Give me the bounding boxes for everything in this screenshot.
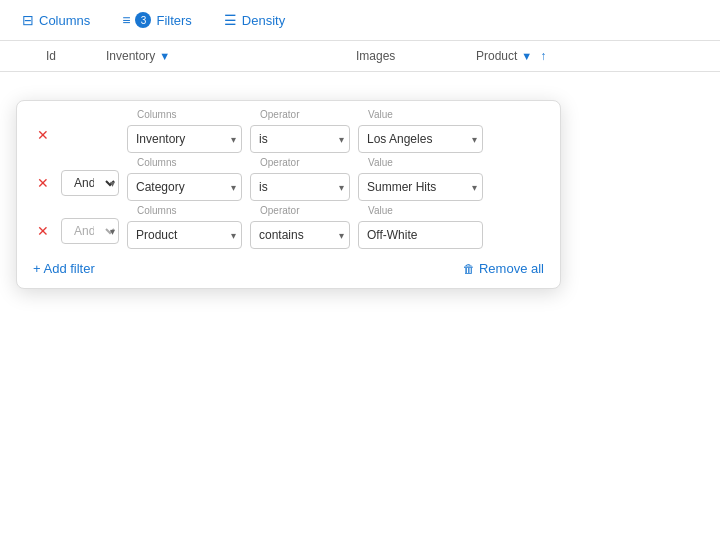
filter-row-2: ✕ And Or ▾ Columns Category ▾ [33,165,544,201]
col-header-images: Images [356,49,476,63]
filter-1-operator-select[interactable]: is [250,125,350,153]
filter-1-value-wrapper: Los Angeles ▾ [358,125,483,153]
filter-2-operator-label: Operator [258,157,301,168]
filter-1-columns-select[interactable]: Inventory [127,125,242,153]
filter-row-1: ✕ Columns Inventory ▾ Operator is [33,117,544,153]
filter-popup: ✕ Columns Inventory ▾ Operator is [16,100,561,289]
filter-3-value-group: Value [358,213,483,249]
product-filter-icon: ▼ [521,50,532,62]
filter-3-columns-select[interactable]: Product [127,221,242,249]
filters-button[interactable]: ≡ 3 Filters [116,8,198,32]
remove-all-label: Remove all [479,261,544,276]
filter-row-3: ✕ And Or ▾ Columns Product ▾ [33,213,544,249]
filter-2-operator-select[interactable]: is [250,173,350,201]
add-filter-button[interactable]: + Add filter [33,261,95,276]
col-header-id: Id [46,49,106,63]
filter-2-columns-group: Columns Category ▾ [127,165,242,201]
density-button[interactable]: ☰ Density [218,8,291,32]
filter-3-logic-wrapper: And Or ▾ [61,218,119,244]
filter-2-value-select[interactable]: Summer Hits [358,173,483,201]
inventory-filter-icon: ▼ [159,50,170,62]
filter-3-value-label: Value [366,205,395,216]
filter-3-value-input[interactable] [358,221,483,249]
filter-2-operator-wrapper: is ▾ [250,173,350,201]
filter-3-columns-group: Columns Product ▾ [127,213,242,249]
delete-filter-1-button[interactable]: ✕ [33,127,53,143]
filter-3-operator-wrapper: contains ▾ [250,221,350,249]
filter-1-value-label: Value [366,109,395,120]
filters-label: Filters [156,13,191,28]
delete-filter-3-button[interactable]: ✕ [33,223,53,239]
filter-3-columns-wrapper: Product ▾ [127,221,242,249]
filter-1-columns-wrapper: Inventory ▾ [127,125,242,153]
filter-3-operator-select[interactable]: contains [250,221,350,249]
filter-1-operator-group: Operator is ▾ [250,117,350,153]
filter-actions: + Add filter 🗑 Remove all [33,261,544,276]
col-header-inventory: Inventory ▼ [106,49,236,63]
delete-filter-2-button[interactable]: ✕ [33,175,53,191]
filter-3-value-wrapper [358,221,483,249]
filter-2-value-label: Value [366,157,395,168]
filter-2-columns-label: Columns [135,157,178,168]
columns-label: Columns [39,13,90,28]
page-wrapper: ⊟ Columns ≡ 3 Filters ☰ Density Id Inven… [0,0,720,540]
filter-1-columns-label: Columns [135,109,178,120]
product-sort-icon: ↑ [540,49,546,63]
add-filter-label: + Add filter [33,261,95,276]
filter-2-logic-wrapper: And Or ▾ [61,170,119,196]
col-header-product: Product ▼ ↑ [476,49,606,63]
filter-icon: ≡ [122,12,130,28]
density-icon: ☰ [224,12,237,28]
filter-2-columns-wrapper: Category ▾ [127,173,242,201]
filter-1-operator-label: Operator [258,109,301,120]
filter-2-columns-select[interactable]: Category [127,173,242,201]
filter-3-logic-select[interactable]: And Or [61,218,119,244]
filter-3-operator-label: Operator [258,205,301,216]
filter-1-value-group: Value Los Angeles ▾ [358,117,483,153]
filter-3-operator-group: Operator contains ▾ [250,213,350,249]
filter-2-logic-select[interactable]: And Or [61,170,119,196]
trash-icon: 🗑 [463,262,475,276]
density-label: Density [242,13,285,28]
filter-1-columns-group: Columns Inventory ▾ [127,117,242,153]
table-column-headers: Id Inventory ▼ Images Product ▼ ↑ [0,41,720,72]
filters-badge: 3 [135,12,151,28]
toolbar: ⊟ Columns ≡ 3 Filters ☰ Density [0,0,720,41]
filter-1-operator-wrapper: is ▾ [250,125,350,153]
filter-3-columns-label: Columns [135,205,178,216]
columns-icon: ⊟ [22,12,34,28]
filter-1-value-select[interactable]: Los Angeles [358,125,483,153]
columns-button[interactable]: ⊟ Columns [16,8,96,32]
filter-2-value-wrapper: Summer Hits ▾ [358,173,483,201]
filter-2-value-group: Value Summer Hits ▾ [358,165,483,201]
remove-all-button[interactable]: 🗑 Remove all [463,261,544,276]
filter-2-operator-group: Operator is ▾ [250,165,350,201]
